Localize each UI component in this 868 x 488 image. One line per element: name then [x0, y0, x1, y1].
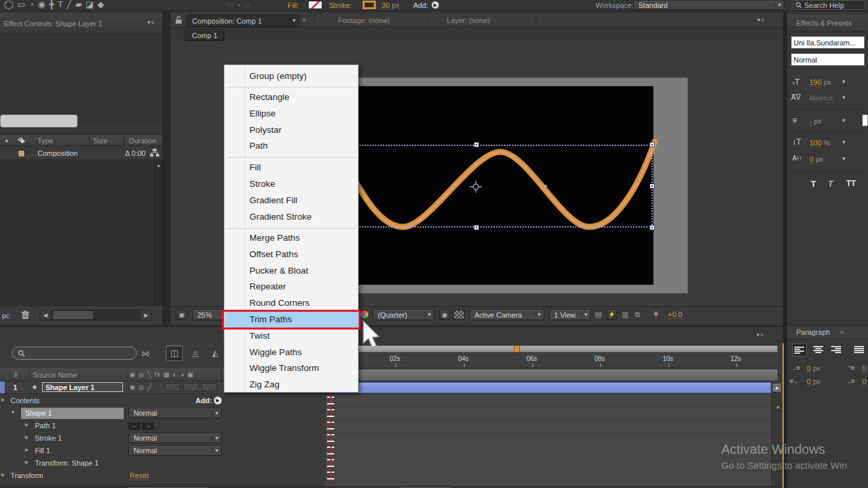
- roi-icon[interactable]: ▣: [439, 310, 450, 320]
- twirl-icon[interactable]: ▶: [25, 435, 28, 440]
- twirl-icon[interactable]: ▶: [25, 460, 28, 465]
- baseline-shift-value[interactable]: 0 px: [809, 155, 823, 163]
- font-style-field[interactable]: [791, 53, 865, 66]
- space-before-value[interactable]: 0: [862, 364, 866, 373]
- trash-icon[interactable]: [21, 310, 30, 320]
- transform-reset-link[interactable]: Reset: [130, 472, 149, 480]
- tab-footage[interactable]: Footage: (none): [338, 16, 390, 24]
- selection-handle-bottom-center[interactable]: [474, 225, 479, 230]
- indent-left-value[interactable]: 0 px: [807, 364, 821, 372]
- tab-layer[interactable]: Layer: (none): [447, 16, 490, 24]
- selection-handle-right-middle[interactable]: [650, 183, 655, 189]
- panel-menu-icon[interactable]: ▼≡: [146, 20, 155, 26]
- shape1-blend-mode-dropdown[interactable]: Normal▼: [128, 408, 222, 418]
- twirl-icon[interactable]: ▶: [25, 447, 28, 452]
- menu-item-rectangle[interactable]: Rectangle: [225, 89, 359, 105]
- tool-icons[interactable]: ◯ ▭ ◔ ◉ ╋ T ╱ ▰ ◪ ◆: [4, 0, 105, 9]
- indent-right-value[interactable]: 0 px: [807, 378, 821, 385]
- faux-italic-button[interactable]: T: [828, 179, 833, 189]
- scroll-left-button[interactable]: ◀: [39, 310, 51, 320]
- menu-item-offset-paths[interactable]: Offset Paths: [225, 247, 359, 262]
- all-caps-button[interactable]: TT: [846, 179, 856, 188]
- pixel-aspect-icon[interactable]: ⧉: [635, 310, 641, 319]
- row-shape1-highlight[interactable]: Shape 1: [21, 408, 124, 419]
- tab-close-icon[interactable]: ×: [302, 16, 306, 24]
- time-ruler[interactable]: 02s 04s 06s 08s 10s 12s: [326, 353, 778, 368]
- align-center-button[interactable]: [811, 343, 825, 356]
- faux-bold-button[interactable]: T: [811, 179, 816, 189]
- switch-cell[interactable]: [183, 383, 199, 391]
- composition-mini-flowchart-icon[interactable]: ⋈: [141, 349, 151, 358]
- panel-divider-left[interactable]: [163, 12, 170, 325]
- path-rotobezier-button[interactable]: ←: [128, 421, 140, 430]
- menu-item-gradient-fill[interactable]: Gradient Fill: [225, 193, 359, 208]
- menu-item-wiggle-transform[interactable]: Wiggle Transform: [225, 360, 359, 376]
- view-layout-dropdown[interactable]: 1 View▼: [549, 309, 591, 320]
- cti-ibeam[interactable]: [327, 434, 334, 442]
- work-area-band[interactable]: [326, 369, 778, 381]
- layer-name[interactable]: Shape Layer 1: [42, 382, 123, 392]
- transparency-grid-icon[interactable]: [453, 310, 465, 320]
- motion-blur-icon[interactable]: ◬: [192, 348, 199, 358]
- cti-ibeam[interactable]: [327, 397, 334, 404]
- menu-item-pucker-bloat[interactable]: Pucker & Bloat: [225, 263, 359, 279]
- vscale-dropdown-icon[interactable]: ▼: [841, 139, 846, 145]
- contents-add-label[interactable]: Add:: [195, 397, 212, 404]
- tab-composition[interactable]: Composition: Comp 1 ▼: [186, 14, 299, 27]
- cti-ibeam[interactable]: [327, 422, 334, 429]
- comp-marker-bin-icon[interactable]: ▲: [772, 383, 782, 393]
- layer-switches-icons[interactable]: ◉ ◎ ╱: [130, 383, 152, 391]
- timeline-vscroll[interactable]: ▲: [771, 395, 783, 486]
- layer-duration-bar[interactable]: [329, 382, 771, 393]
- font-size-dropdown-icon[interactable]: ▼: [841, 79, 846, 85]
- twirl-icon[interactable]: ▼: [11, 410, 15, 414]
- fill-swatch[interactable]: [308, 1, 322, 9]
- workspace-dropdown[interactable]: Standard▼: [633, 0, 784, 10]
- add-play-icon[interactable]: ▶: [432, 1, 439, 9]
- menu-item-gradient-stroke[interactable]: Gradient Stroke: [225, 209, 359, 225]
- space-after-value[interactable]: 0: [862, 378, 866, 386]
- col-source-name[interactable]: Source Name: [33, 371, 77, 379]
- sort-arrow-icon[interactable]: ▲: [4, 137, 9, 143]
- menu-item-fill[interactable]: Fill: [225, 160, 359, 176]
- cti-ibeam[interactable]: [327, 459, 334, 467]
- font-family-field[interactable]: [791, 36, 865, 49]
- exposure-value[interactable]: +0.0: [668, 310, 682, 319]
- timeline-button-icon[interactable]: ▤: [595, 310, 602, 319]
- stroke1-blend-mode-dropdown[interactable]: Normal▼: [128, 433, 222, 443]
- viewer-panel-menu-icon[interactable]: ▼≡: [756, 17, 765, 23]
- work-area-marker[interactable]: [514, 345, 520, 353]
- project-scrollbar[interactable]: ▲: [154, 160, 163, 316]
- search-help-box[interactable]: Search Help: [793, 0, 865, 10]
- clipped-white-field[interactable]: [862, 114, 868, 126]
- stroke-width-value[interactable]: 30 px: [382, 1, 399, 9]
- paragraph-close-icon[interactable]: ×: [840, 328, 844, 336]
- selection-handle-top-right[interactable]: [650, 142, 655, 147]
- menu-item-twist[interactable]: Twist: [225, 328, 359, 344]
- col-duration[interactable]: Duration: [129, 137, 157, 145]
- add-label[interactable]: Add:: [413, 1, 428, 9]
- project-row-composition[interactable]: Composition Δ 0:00: [0, 147, 163, 160]
- anchor-point-icon[interactable]: [470, 181, 482, 193]
- flowchart-button-icon[interactable]: ⚡: [606, 309, 617, 320]
- menu-item-wiggle-paths[interactable]: Wiggle Paths: [225, 345, 359, 360]
- stroke-swatch[interactable]: [363, 1, 376, 9]
- menu-item-round-corners[interactable]: Round Corners: [225, 295, 359, 311]
- paragraph-tab[interactable]: Paragraph ×: [787, 325, 868, 339]
- menu-item-repeater[interactable]: Repeater: [225, 279, 359, 295]
- flowchart-icon[interactable]: [150, 149, 159, 157]
- effect-controls-header[interactable]: Effect Controls: Shape Layer 1 ▼≡: [0, 13, 163, 34]
- menu-item-merge-paths[interactable]: Merge Paths: [225, 230, 359, 246]
- justify-button[interactable]: [852, 343, 866, 356]
- twirl-icon[interactable]: ▶: [1, 397, 5, 403]
- align-left-button[interactable]: [792, 343, 807, 356]
- menu-item-stroke[interactable]: Stroke: [225, 176, 359, 192]
- kerning-dropdown-icon[interactable]: ▼: [841, 95, 846, 101]
- bit-depth-label[interactable]: pc: [2, 312, 10, 320]
- tab-dropdown-icon[interactable]: ▼: [289, 18, 299, 24]
- menu-item-ellipse[interactable]: Ellipse: [225, 106, 359, 122]
- effects-presets-header[interactable]: Effects & Presets: [787, 14, 868, 32]
- contents-add-icon[interactable]: ▶: [214, 397, 222, 404]
- path-direction-button[interactable]: →: [142, 421, 154, 430]
- scroll-right-button[interactable]: ▶: [140, 310, 152, 320]
